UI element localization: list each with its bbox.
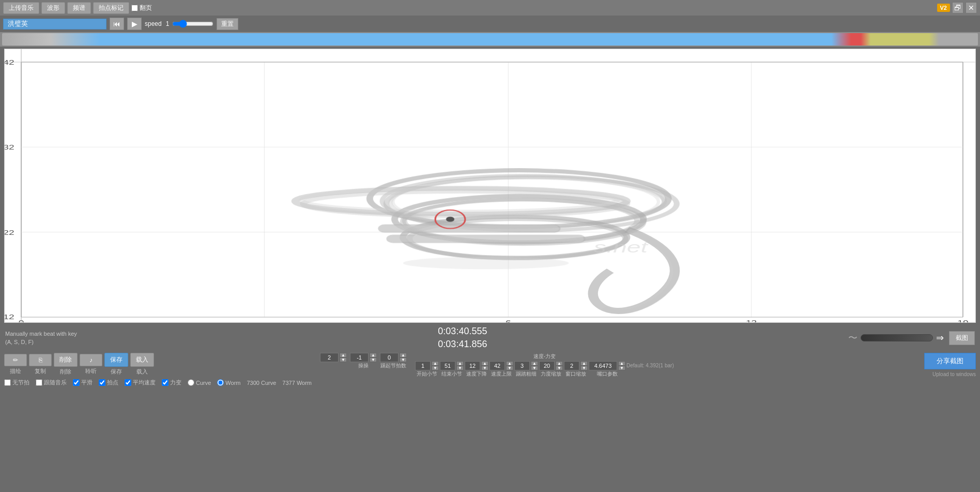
force-zoom-input[interactable] (539, 361, 555, 370)
erase-button[interactable]: 削除 (54, 353, 78, 367)
prev-button[interactable]: ⏮ (110, 18, 124, 30)
flip-label: 翻页 (140, 4, 152, 12)
open-low-up[interactable]: ▲ (432, 361, 439, 366)
flip-checkbox-label[interactable]: 翻页 (131, 4, 152, 12)
track-size-down[interactable]: ▼ (531, 366, 538, 370)
force-up-up[interactable]: ▲ (506, 361, 513, 366)
play-button[interactable]: ▶ (127, 18, 142, 30)
spectrum-button[interactable]: 频谱 (67, 2, 91, 14)
time-display: 0:03:40.555 0:03:41.856 (82, 325, 843, 351)
min-beat-down[interactable]: ▼ (370, 357, 377, 362)
window-zoom-input[interactable] (564, 361, 579, 370)
beat-point-text: 拍点 (107, 379, 118, 386)
small-level-down[interactable]: ▼ (400, 357, 407, 362)
mouth-param-down[interactable]: ▼ (618, 366, 625, 370)
svg-rect-33 (380, 226, 559, 232)
no-beat-checkbox[interactable] (4, 379, 11, 386)
min-beat-up[interactable]: ▲ (370, 353, 377, 357)
curve-radio-label[interactable]: Curve (188, 379, 211, 386)
avg-speed-text: 平均速度 (133, 379, 156, 386)
force-zoom-label: 力度缩放 (541, 370, 561, 378)
reset-button[interactable]: 重置 (217, 18, 238, 30)
speed-slider[interactable] (172, 20, 213, 28)
speed-value: 1 (166, 20, 170, 27)
save-button[interactable]: 保存 (104, 353, 128, 367)
end-low-input[interactable] (440, 361, 455, 370)
chart-svg: 42 32 22 12 0 6 13 19 (5, 49, 975, 322)
screenshot-button[interactable]: 截图 (949, 331, 975, 345)
mouth-param-up[interactable]: ▲ (618, 361, 625, 366)
follow-sound-label[interactable]: 跟随音乐 (36, 379, 67, 386)
main-spinner-up[interactable]: ▲ (340, 353, 347, 357)
window-zoom-down[interactable]: ▼ (580, 366, 588, 370)
track-size-up[interactable]: ▲ (531, 361, 538, 366)
follow-sound-checkbox[interactable] (36, 379, 42, 386)
force-zoom-down[interactable]: ▼ (556, 366, 563, 370)
track-size-input[interactable] (514, 361, 530, 370)
force-down-up[interactable]: ▲ (481, 361, 488, 366)
listen-tool-col: ♪ 聆听 (80, 354, 102, 375)
singer-input[interactable] (3, 19, 106, 29)
draw-button[interactable]: ✏ (4, 354, 27, 366)
second-toolbar: ⏮ ▶ speed 1 重置 (0, 16, 980, 32)
worm-radio-text: Worm (225, 380, 240, 386)
waveform-mini-bar[interactable] (861, 334, 933, 341)
load-button[interactable]: 载入 (130, 353, 154, 367)
mouth-param-input[interactable] (589, 361, 617, 370)
upload-music-button[interactable]: 上传音乐 (3, 2, 39, 14)
copy-button[interactable]: ⎘ (29, 354, 52, 366)
speed-force-col: 速度-力变 ▲ ▼ 开始小节 (415, 353, 674, 378)
end-low-down[interactable]: ▼ (456, 366, 464, 370)
svg-text:32: 32 (5, 144, 14, 151)
avg-speed-label[interactable]: 平均速度 (125, 379, 156, 386)
worm-radio-label[interactable]: Worm (217, 379, 240, 386)
no-beat-label[interactable]: 无节拍 (4, 379, 29, 386)
draw-label: 描绘 (10, 367, 21, 375)
force-down-input[interactable] (465, 361, 480, 370)
curve-radio-text: Curve (196, 380, 211, 386)
beat-mark-button[interactable]: 拍点标记 (93, 2, 129, 14)
end-low-up[interactable]: ▲ (456, 361, 464, 366)
flat-label[interactable]: 平滑 (73, 379, 93, 386)
small-level-spinner: ▲ ▼ 踢起节拍数 (380, 353, 407, 369)
main-spinner-input[interactable] (320, 353, 339, 362)
window-zoom-up[interactable]: ▲ (580, 361, 588, 366)
svg-text:s.net: s.net (594, 239, 649, 256)
restore-button[interactable]: 🗗 (952, 2, 963, 13)
waveform-mini: 〜 ⇒ (848, 332, 944, 344)
window-zoom-label: 窗口缩放 (565, 370, 586, 378)
small-level-up[interactable]: ▲ (400, 353, 407, 357)
flip-checkbox[interactable] (131, 5, 138, 11)
curve-radio[interactable] (188, 379, 194, 386)
svg-text:42: 42 (5, 59, 14, 66)
waveform-arrow[interactable]: ⇒ (936, 332, 944, 344)
close-button[interactable]: ✕ (966, 2, 977, 13)
force-up-input[interactable] (489, 361, 505, 370)
avg-speed-checkbox[interactable] (125, 379, 131, 386)
mouth-param-spinner: ▲ ▼ 嘴口参数 (589, 361, 625, 378)
force-zoom-spinner: ▲ ▼ 力度缩放 (539, 361, 563, 378)
force-checkbox[interactable] (162, 379, 169, 386)
track-size-spinner: ▲ ▼ 踢踏粗细 (514, 361, 538, 378)
force-up-down[interactable]: ▼ (506, 366, 513, 370)
open-low-input[interactable] (415, 361, 431, 370)
save-tool-col: 保存 保存 (104, 353, 128, 376)
force-zoom-up[interactable]: ▲ (556, 361, 563, 366)
beat-point-label[interactable]: 拍点 (99, 379, 118, 386)
open-low-label: 开始小节 (417, 370, 437, 378)
small-level-input[interactable] (380, 353, 399, 362)
beat-point-checkbox[interactable] (99, 379, 105, 386)
open-low-down[interactable]: ▼ (432, 366, 439, 370)
force-label[interactable]: 力变 (162, 379, 181, 386)
load-label: 载入 (136, 368, 148, 376)
waveform-track[interactable] (2, 33, 978, 46)
share-button[interactable]: 分享截图 (924, 353, 976, 369)
upload-hint: Upload to windows (932, 371, 976, 377)
min-beat-input[interactable] (350, 353, 369, 362)
main-spinner-down[interactable]: ▼ (340, 357, 347, 362)
worm-radio[interactable] (217, 379, 224, 386)
flat-checkbox[interactable] (73, 379, 80, 386)
listen-button[interactable]: ♪ (80, 354, 102, 366)
waveform-button[interactable]: 波形 (41, 2, 65, 14)
force-down-down[interactable]: ▼ (481, 366, 488, 370)
